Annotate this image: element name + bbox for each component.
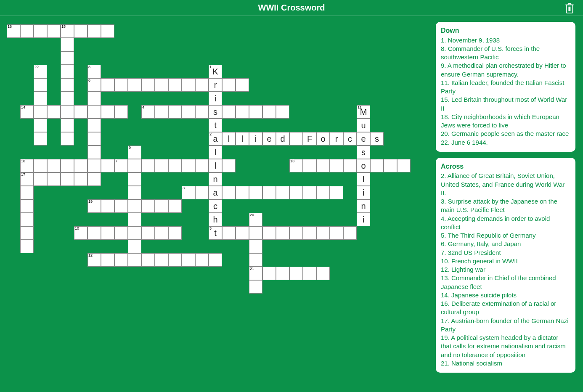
crossword-cell[interactable] — [155, 199, 168, 213]
clue-line[interactable]: 19. A political system headed by a dicta… — [441, 334, 570, 359]
crossword-cell[interactable] — [155, 159, 168, 172]
crossword-cell[interactable] — [34, 24, 47, 38]
crossword-cell[interactable]: 18 — [20, 159, 34, 172]
crossword-cell[interactable] — [74, 24, 87, 38]
crossword-cell[interactable]: 8 — [87, 65, 101, 78]
crossword-cell[interactable] — [47, 24, 61, 38]
clue-line[interactable]: 16. Deliberate extermination of a racial… — [441, 299, 570, 317]
crossword-cell[interactable] — [34, 132, 47, 146]
crossword-cell[interactable] — [101, 253, 114, 267]
crossword-cell[interactable]: 6 — [87, 78, 101, 92]
clue-line[interactable]: 1. November 9, 1938 — [441, 36, 570, 45]
crossword-cell[interactable] — [209, 253, 222, 267]
crossword-cell[interactable] — [195, 159, 209, 172]
clue-line[interactable]: 12. Lighting war — [441, 265, 570, 274]
crossword-cell[interactable] — [20, 226, 34, 240]
crossword-cell[interactable]: l — [236, 132, 249, 146]
crossword-cell[interactable] — [141, 199, 155, 213]
crossword-cell[interactable]: c — [343, 132, 357, 146]
crossword-cell[interactable] — [222, 159, 236, 172]
crossword-cell[interactable]: i — [249, 132, 262, 146]
crossword-cell[interactable] — [101, 78, 114, 92]
crossword-cell[interactable]: 5t — [209, 226, 222, 240]
crossword-cell[interactable] — [128, 199, 141, 213]
crossword-cell[interactable] — [249, 226, 262, 240]
crossword-cell[interactable]: u — [357, 119, 370, 132]
crossword-cell[interactable] — [74, 172, 87, 186]
crossword-cell[interactable] — [303, 226, 316, 240]
crossword-cell[interactable] — [101, 226, 114, 240]
crossword-cell[interactable] — [141, 159, 155, 172]
crossword-cell[interactable] — [155, 253, 168, 267]
crossword-cell[interactable] — [34, 172, 47, 186]
crossword-cell[interactable] — [141, 253, 155, 267]
crossword-grid[interactable]: 16152281K6ri144s11Mtu2allied Forces9ls18… — [4, 22, 429, 384]
crossword-cell[interactable]: o — [316, 132, 330, 146]
crossword-cell[interactable] — [195, 78, 209, 92]
crossword-cell[interactable] — [87, 172, 101, 186]
crossword-cell[interactable] — [262, 226, 276, 240]
crossword-cell[interactable] — [20, 240, 34, 253]
crossword-cell[interactable] — [276, 186, 289, 199]
crossword-cell[interactable] — [330, 186, 343, 199]
crossword-cell[interactable] — [128, 186, 141, 199]
crossword-cell[interactable] — [249, 186, 262, 199]
crossword-cell[interactable] — [87, 146, 101, 159]
crossword-cell[interactable] — [61, 92, 74, 105]
crossword-cell[interactable] — [61, 65, 74, 78]
crossword-cell[interactable]: o — [357, 159, 370, 172]
crossword-cell[interactable] — [330, 159, 343, 172]
clue-line[interactable]: 5. The Third Republic of Germany — [441, 231, 570, 240]
clue-line[interactable]: 2. Alliance of Great Britain, Soviet Uni… — [441, 172, 570, 197]
crossword-cell[interactable] — [343, 159, 357, 172]
clue-line[interactable]: 10. French general in WWII — [441, 257, 570, 265]
crossword-cell[interactable] — [101, 105, 114, 119]
crossword-cell[interactable]: 9 — [128, 146, 141, 159]
crossword-cell[interactable] — [276, 105, 289, 119]
crossword-cell[interactable] — [155, 105, 168, 119]
crossword-cell[interactable] — [262, 186, 276, 199]
crossword-cell[interactable] — [236, 78, 249, 92]
crossword-cell[interactable] — [34, 78, 47, 92]
crossword-cell[interactable] — [34, 92, 47, 105]
crossword-cell[interactable] — [262, 267, 276, 280]
crossword-cell[interactable] — [128, 213, 141, 226]
crossword-cell[interactable] — [249, 253, 262, 267]
clue-line[interactable]: 4. Accepting demands in order to avoid c… — [441, 215, 570, 232]
crossword-cell[interactable] — [182, 105, 195, 119]
crossword-cell[interactable]: d — [276, 132, 289, 146]
crossword-cell[interactable]: l — [209, 159, 222, 172]
crossword-cell[interactable] — [168, 78, 182, 92]
crossword-cell[interactable] — [101, 24, 114, 38]
clue-line[interactable]: 18. City neighborhoods in which European… — [441, 113, 570, 130]
crossword-cell[interactable] — [316, 267, 330, 280]
crossword-cell[interactable] — [168, 253, 182, 267]
crossword-cell[interactable] — [316, 186, 330, 199]
crossword-cell[interactable] — [114, 199, 128, 213]
crossword-cell[interactable] — [128, 78, 141, 92]
crossword-cell[interactable] — [276, 226, 289, 240]
crossword-cell[interactable] — [47, 172, 61, 186]
clue-line[interactable]: 17. Austrian-born founder of the German … — [441, 317, 570, 334]
crossword-cell[interactable] — [101, 199, 114, 213]
crossword-cell[interactable] — [128, 159, 141, 172]
crossword-cell[interactable]: e — [262, 132, 276, 146]
crossword-cell[interactable] — [74, 105, 87, 119]
crossword-cell[interactable]: 1K — [209, 65, 222, 78]
crossword-cell[interactable] — [61, 38, 74, 51]
crossword-cell[interactable] — [222, 226, 236, 240]
crossword-cell[interactable] — [195, 253, 209, 267]
crossword-cell[interactable]: i — [209, 92, 222, 105]
crossword-cell[interactable] — [20, 199, 34, 213]
crossword-cell[interactable]: 10 — [74, 226, 87, 240]
clue-line[interactable]: 20. Germanic people seen as the master r… — [441, 130, 570, 138]
crossword-cell[interactable] — [370, 159, 384, 172]
crossword-cell[interactable]: 16 — [7, 24, 20, 38]
crossword-cell[interactable]: h — [209, 213, 222, 226]
crossword-cell[interactable] — [303, 159, 316, 172]
clue-line[interactable]: 7. 32nd US President — [441, 249, 570, 257]
crossword-cell[interactable] — [222, 78, 236, 92]
crossword-cell[interactable]: a — [209, 186, 222, 199]
crossword-cell[interactable]: l — [222, 132, 236, 146]
crossword-cell[interactable] — [141, 78, 155, 92]
